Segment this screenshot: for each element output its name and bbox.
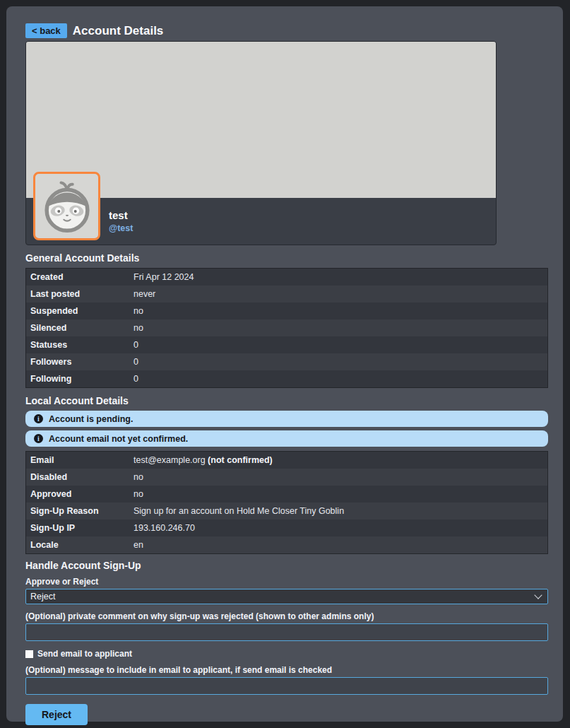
row-label: Last posted (26, 286, 132, 303)
display-name: test (109, 210, 496, 221)
row-value: 193.160.246.70 (131, 519, 548, 536)
pending-notice: i Account is pending. (25, 411, 548, 427)
table-row: Approved no (26, 486, 548, 503)
table-row: Created Fri Apr 12 2024 (26, 269, 548, 286)
user-handle: @test (109, 224, 496, 233)
row-value: 0 (131, 370, 548, 388)
email-note: (not confirmed) (208, 455, 273, 465)
sloth-avatar-icon (40, 179, 95, 234)
row-label: Followers (26, 353, 132, 370)
row-value: 0 (131, 353, 548, 370)
row-value: no (131, 469, 548, 486)
row-value: en (131, 536, 548, 554)
row-label: Suspended (26, 303, 132, 319)
table-row: Email test@example.org (not confirmed) (26, 452, 548, 469)
send-email-label: Send email to applicant (37, 649, 132, 659)
approve-reject-select[interactable]: Reject (25, 589, 548, 604)
info-icon: i (34, 434, 43, 443)
row-value: no (131, 486, 548, 503)
send-email-row[interactable]: Send email to applicant (25, 649, 548, 659)
avatar (33, 172, 100, 240)
profile-card: test @test (25, 41, 497, 245)
row-value: no (131, 303, 548, 319)
table-row: Sign-Up Reason Sign up for an account on… (26, 503, 548, 519)
approve-reject-select-wrap: Reject (25, 589, 548, 604)
row-value: 0 (131, 336, 548, 353)
row-label: Email (26, 452, 132, 469)
row-label: Following (26, 370, 132, 388)
row-value: no (131, 319, 548, 336)
email-value: test@example.org (133, 455, 208, 465)
row-label: Statuses (26, 336, 132, 353)
table-row: Followers 0 (26, 353, 548, 370)
row-value: never (131, 286, 548, 303)
table-row: Locale en (26, 536, 548, 554)
table-row: Disabled no (26, 469, 548, 486)
row-value: test@example.org (not confirmed) (131, 452, 548, 469)
general-section-heading: General Account Details (25, 252, 548, 264)
table-row: Last posted never (26, 286, 548, 303)
local-details-table: Email test@example.org (not confirmed) D… (25, 451, 548, 554)
table-row: Suspended no (26, 303, 548, 319)
approve-reject-label: Approve or Reject (25, 577, 548, 587)
reject-button[interactable]: Reject (25, 704, 88, 725)
local-section-heading: Local Account Details (25, 395, 548, 406)
general-details-table: Created Fri Apr 12 2024 Last posted neve… (25, 268, 548, 388)
row-label: Sign-Up Reason (26, 503, 132, 519)
private-comment-label: (Optional) private comment on why sign-u… (25, 611, 548, 621)
row-label: Sign-Up IP (26, 519, 132, 536)
notice-text: Account is pending. (49, 414, 133, 424)
private-comment-input[interactable] (25, 623, 548, 641)
row-value: Sign up for an account on Hold Me Closer… (131, 503, 548, 519)
account-details-panel: < back Account Details test @test (6, 6, 563, 722)
row-label: Locale (26, 536, 132, 554)
send-email-checkbox[interactable] (25, 650, 33, 658)
table-row: Silenced no (26, 319, 548, 336)
row-value: Fri Apr 12 2024 (131, 269, 548, 286)
table-row: Following 0 (26, 370, 548, 388)
row-label: Created (26, 269, 132, 286)
email-unconfirmed-notice: i Account email not yet confirmed. (25, 430, 548, 447)
info-icon: i (34, 414, 43, 423)
email-message-label: (Optional) message to include in email t… (25, 665, 548, 675)
notice-text: Account email not yet confirmed. (49, 434, 188, 444)
table-row: Sign-Up IP 193.160.246.70 (26, 519, 548, 536)
signup-section-heading: Handle Account Sign-Up (25, 560, 548, 571)
row-label: Disabled (26, 469, 132, 486)
page-title: Account Details (73, 24, 163, 38)
email-message-input[interactable] (25, 677, 548, 695)
back-button[interactable]: < back (25, 23, 67, 38)
table-row: Statuses 0 (26, 336, 548, 353)
row-label: Approved (26, 486, 132, 503)
header: < back Account Details (25, 23, 548, 38)
row-label: Silenced (26, 319, 132, 336)
